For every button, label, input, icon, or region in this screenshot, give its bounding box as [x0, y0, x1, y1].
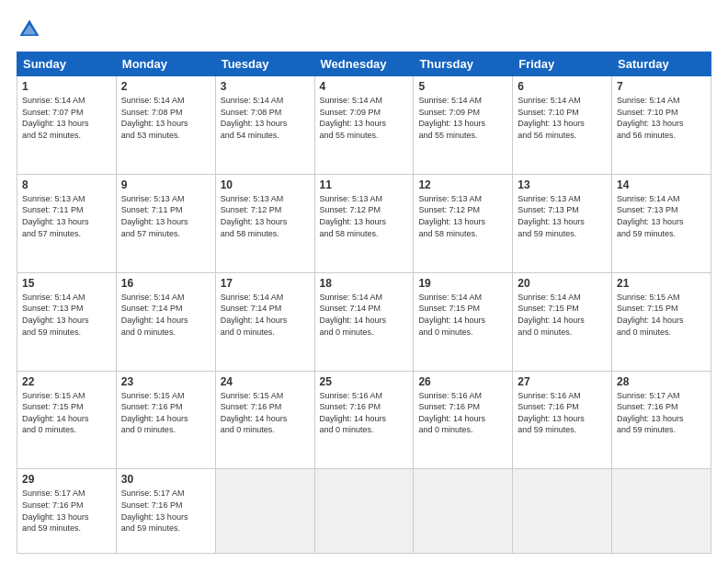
day-number: 26: [418, 375, 507, 388]
calendar-cell: 24Sunrise: 5:15 AM Sunset: 7:16 PM Dayli…: [215, 371, 314, 469]
calendar-cell: 8Sunrise: 5:13 AM Sunset: 7:11 PM Daylig…: [17, 174, 117, 272]
calendar-cell: [612, 469, 711, 554]
day-number: 28: [617, 375, 706, 388]
calendar-cell: 27Sunrise: 5:16 AM Sunset: 7:16 PM Dayli…: [513, 371, 612, 469]
day-info: Sunrise: 5:15 AM Sunset: 7:16 PM Dayligh…: [121, 390, 210, 436]
day-info: Sunrise: 5:17 AM Sunset: 7:16 PM Dayligh…: [617, 390, 706, 436]
day-header-saturday: Saturday: [612, 52, 711, 76]
calendar-week-4: 22Sunrise: 5:15 AM Sunset: 7:15 PM Dayli…: [17, 371, 711, 469]
calendar-cell: 3Sunrise: 5:14 AM Sunset: 7:08 PM Daylig…: [215, 76, 314, 175]
calendar-cell: 17Sunrise: 5:14 AM Sunset: 7:14 PM Dayli…: [215, 272, 314, 371]
calendar-cell: 12Sunrise: 5:13 AM Sunset: 7:12 PM Dayli…: [414, 174, 513, 272]
calendar-week-2: 8Sunrise: 5:13 AM Sunset: 7:11 PM Daylig…: [17, 174, 711, 272]
day-info: Sunrise: 5:14 AM Sunset: 7:13 PM Dayligh…: [617, 193, 706, 239]
day-number: 5: [418, 80, 507, 93]
day-number: 22: [22, 375, 111, 388]
calendar-cell: 6Sunrise: 5:14 AM Sunset: 7:10 PM Daylig…: [513, 76, 612, 175]
calendar-cell: 23Sunrise: 5:15 AM Sunset: 7:16 PM Dayli…: [116, 371, 215, 469]
day-header-thursday: Thursday: [414, 52, 513, 76]
day-number: 7: [617, 80, 706, 93]
logo: [17, 17, 44, 42]
calendar-cell: [414, 469, 513, 554]
day-info: Sunrise: 5:13 AM Sunset: 7:12 PM Dayligh…: [221, 193, 310, 239]
logo-icon: [17, 17, 42, 42]
day-number: 27: [518, 375, 607, 388]
calendar-cell: 9Sunrise: 5:13 AM Sunset: 7:11 PM Daylig…: [116, 174, 215, 272]
calendar-cell: 16Sunrise: 5:14 AM Sunset: 7:14 PM Dayli…: [116, 272, 215, 371]
day-number: 9: [121, 178, 210, 191]
calendar-cell: [513, 469, 612, 554]
day-info: Sunrise: 5:16 AM Sunset: 7:16 PM Dayligh…: [518, 390, 607, 436]
day-info: Sunrise: 5:15 AM Sunset: 7:16 PM Dayligh…: [221, 390, 310, 436]
calendar-cell: 18Sunrise: 5:14 AM Sunset: 7:14 PM Dayli…: [314, 272, 414, 371]
day-info: Sunrise: 5:14 AM Sunset: 7:10 PM Dayligh…: [518, 95, 607, 141]
calendar-table: SundayMondayTuesdayWednesdayThursdayFrid…: [17, 52, 711, 554]
day-number: 14: [617, 178, 706, 191]
calendar-cell: 10Sunrise: 5:13 AM Sunset: 7:12 PM Dayli…: [215, 174, 314, 272]
day-number: 20: [518, 277, 607, 290]
calendar-cell: 28Sunrise: 5:17 AM Sunset: 7:16 PM Dayli…: [612, 371, 711, 469]
day-number: 3: [221, 80, 310, 93]
day-of-week-row: SundayMondayTuesdayWednesdayThursdayFrid…: [17, 52, 711, 76]
calendar-body: 1Sunrise: 5:14 AM Sunset: 7:07 PM Daylig…: [17, 76, 711, 554]
calendar-cell: 20Sunrise: 5:14 AM Sunset: 7:15 PM Dayli…: [513, 272, 612, 371]
day-header-friday: Friday: [513, 52, 612, 76]
day-info: Sunrise: 5:14 AM Sunset: 7:13 PM Dayligh…: [22, 292, 111, 338]
day-info: Sunrise: 5:16 AM Sunset: 7:16 PM Dayligh…: [320, 390, 409, 436]
calendar-cell: 2Sunrise: 5:14 AM Sunset: 7:08 PM Daylig…: [116, 76, 215, 175]
calendar-cell: 4Sunrise: 5:14 AM Sunset: 7:09 PM Daylig…: [314, 76, 414, 175]
calendar-cell: 1Sunrise: 5:14 AM Sunset: 7:07 PM Daylig…: [17, 76, 117, 175]
calendar-cell: 5Sunrise: 5:14 AM Sunset: 7:09 PM Daylig…: [414, 76, 513, 175]
day-info: Sunrise: 5:17 AM Sunset: 7:16 PM Dayligh…: [121, 488, 210, 534]
day-info: Sunrise: 5:14 AM Sunset: 7:15 PM Dayligh…: [418, 292, 507, 338]
day-number: 2: [121, 80, 210, 93]
day-info: Sunrise: 5:17 AM Sunset: 7:16 PM Dayligh…: [22, 488, 111, 534]
day-info: Sunrise: 5:14 AM Sunset: 7:14 PM Dayligh…: [121, 292, 210, 338]
calendar-week-5: 29Sunrise: 5:17 AM Sunset: 7:16 PM Dayli…: [17, 469, 711, 554]
day-info: Sunrise: 5:13 AM Sunset: 7:12 PM Dayligh…: [320, 193, 409, 239]
day-number: 13: [518, 178, 607, 191]
day-number: 25: [320, 375, 409, 388]
day-number: 4: [320, 80, 409, 93]
day-number: 24: [221, 375, 310, 388]
day-number: 18: [320, 277, 409, 290]
calendar-cell: 26Sunrise: 5:16 AM Sunset: 7:16 PM Dayli…: [414, 371, 513, 469]
page: SundayMondayTuesdayWednesdayThursdayFrid…: [0, 0, 728, 563]
calendar-cell: 19Sunrise: 5:14 AM Sunset: 7:15 PM Dayli…: [414, 272, 513, 371]
day-info: Sunrise: 5:14 AM Sunset: 7:08 PM Dayligh…: [121, 95, 210, 141]
day-info: Sunrise: 5:14 AM Sunset: 7:09 PM Dayligh…: [418, 95, 507, 141]
day-number: 17: [221, 277, 310, 290]
calendar-week-3: 15Sunrise: 5:14 AM Sunset: 7:13 PM Dayli…: [17, 272, 711, 371]
calendar-week-1: 1Sunrise: 5:14 AM Sunset: 7:07 PM Daylig…: [17, 76, 711, 175]
day-info: Sunrise: 5:15 AM Sunset: 7:15 PM Dayligh…: [617, 292, 706, 338]
calendar-cell: 29Sunrise: 5:17 AM Sunset: 7:16 PM Dayli…: [17, 469, 117, 554]
calendar-cell: 11Sunrise: 5:13 AM Sunset: 7:12 PM Dayli…: [314, 174, 414, 272]
day-number: 6: [518, 80, 607, 93]
day-info: Sunrise: 5:14 AM Sunset: 7:10 PM Dayligh…: [617, 95, 706, 141]
day-number: 10: [221, 178, 310, 191]
day-number: 21: [617, 277, 706, 290]
header: [17, 17, 711, 42]
day-number: 23: [121, 375, 210, 388]
day-info: Sunrise: 5:13 AM Sunset: 7:11 PM Dayligh…: [22, 193, 111, 239]
day-info: Sunrise: 5:15 AM Sunset: 7:15 PM Dayligh…: [22, 390, 111, 436]
day-number: 15: [22, 277, 111, 290]
calendar-cell: 25Sunrise: 5:16 AM Sunset: 7:16 PM Dayli…: [314, 371, 414, 469]
day-info: Sunrise: 5:14 AM Sunset: 7:15 PM Dayligh…: [518, 292, 607, 338]
day-number: 12: [418, 178, 507, 191]
calendar-cell: 13Sunrise: 5:13 AM Sunset: 7:13 PM Dayli…: [513, 174, 612, 272]
day-info: Sunrise: 5:14 AM Sunset: 7:08 PM Dayligh…: [221, 95, 310, 141]
day-number: 1: [22, 80, 111, 93]
day-info: Sunrise: 5:13 AM Sunset: 7:13 PM Dayligh…: [518, 193, 607, 239]
day-number: 29: [22, 473, 111, 486]
calendar-cell: [314, 469, 414, 554]
calendar-cell: 14Sunrise: 5:14 AM Sunset: 7:13 PM Dayli…: [612, 174, 711, 272]
day-number: 11: [320, 178, 409, 191]
day-info: Sunrise: 5:14 AM Sunset: 7:07 PM Dayligh…: [22, 95, 111, 141]
day-header-sunday: Sunday: [17, 52, 117, 76]
day-info: Sunrise: 5:16 AM Sunset: 7:16 PM Dayligh…: [418, 390, 507, 436]
day-number: 30: [121, 473, 210, 486]
calendar-cell: 15Sunrise: 5:14 AM Sunset: 7:13 PM Dayli…: [17, 272, 117, 371]
day-number: 19: [418, 277, 507, 290]
calendar-cell: 7Sunrise: 5:14 AM Sunset: 7:10 PM Daylig…: [612, 76, 711, 175]
